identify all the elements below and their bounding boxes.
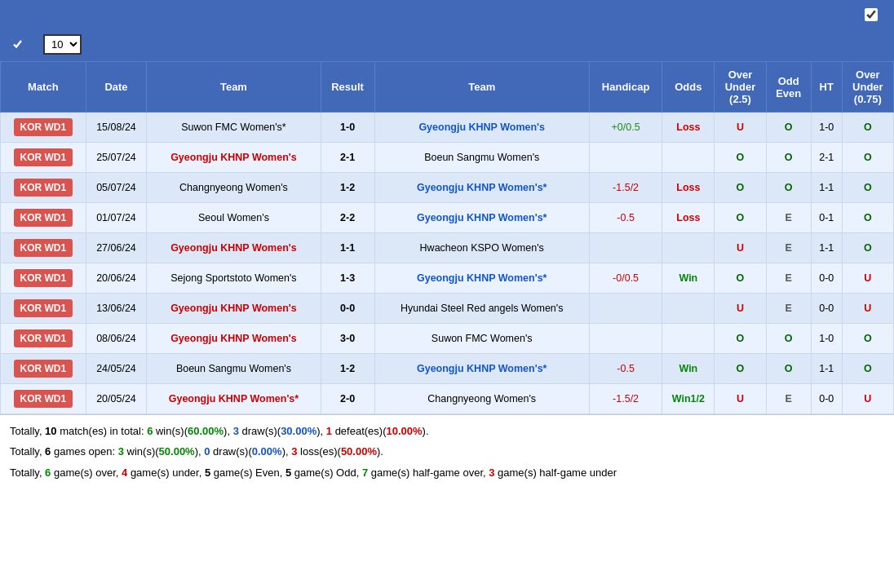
team1-cell: Gyeongju KHNP Women's: [147, 324, 321, 354]
odd-even-cell: O: [766, 143, 811, 173]
match-badge-cell: KOR WD1: [1, 203, 86, 233]
col-team1: Team: [147, 62, 321, 113]
team1-cell: Suwon FMC Women's*: [147, 113, 321, 143]
handicap-cell: [589, 294, 662, 324]
odd-even-value: O: [785, 333, 793, 344]
odd-even-cell: E: [766, 203, 811, 233]
handicap-cell: [589, 233, 662, 263]
team1-name: Seoul Women's: [198, 212, 269, 223]
handicap-cell: -0/0.5: [589, 263, 662, 294]
odds-cell: [662, 324, 715, 354]
odd-even-value: E: [786, 212, 792, 223]
odds-value: Win1/2: [672, 393, 705, 405]
table-row: KOR WD113/06/24Gyeongju KHNP Women's0-0H…: [1, 294, 894, 324]
team2-cell: Gyeongju KHNP Women's*: [374, 173, 589, 203]
team2-name: Gyeongju KHNP Women's*: [417, 182, 547, 193]
team1-cell: Seoul Women's: [147, 203, 321, 233]
team2-cell: Gyeongju KHNP Women's*: [374, 263, 589, 294]
table-row: KOR WD127/06/24Gyeongju KHNP Women's1-1H…: [1, 233, 894, 263]
ou075-value: O: [864, 152, 872, 163]
match-badge-cell: KOR WD1: [1, 324, 86, 354]
ht-cell: 1-1: [811, 173, 842, 203]
games-select[interactable]: 5 10 15 20 25 30: [43, 34, 82, 55]
odd-even-cell: O: [766, 173, 811, 203]
team2-cell: Suwon FMC Women's: [374, 324, 589, 354]
table-header-row: Match Date Team Result Team Handicap Odd…: [1, 62, 894, 113]
ht-cell: 1-1: [811, 233, 842, 263]
team2-name: Gyeongju KHNP Women's: [418, 122, 545, 133]
ou075-value: O: [864, 212, 872, 223]
odds-cell: Win: [662, 354, 715, 384]
league-filter-checkbox[interactable]: [11, 38, 24, 51]
team1-cell: Gyeongju KHNP Women's: [147, 233, 321, 263]
ou25-value: O: [737, 212, 745, 223]
display-notes-checkbox[interactable]: [865, 8, 878, 21]
ou25-cell: O: [715, 143, 766, 173]
ou075-cell: O: [842, 324, 893, 354]
result-cell: 0-0: [321, 294, 374, 324]
team2-cell: Hwacheon KSPO Women's: [374, 233, 589, 263]
ou25-cell: U: [715, 233, 766, 263]
match-badge-cell: KOR WD1: [1, 113, 86, 143]
scores-table: Match Date Team Result Team Handicap Odd…: [0, 61, 894, 414]
ht-cell: 0-1: [811, 203, 842, 233]
result-score: 0-0: [340, 303, 355, 314]
match-badge-cell: KOR WD1: [1, 173, 86, 203]
match-badge: KOR WD1: [14, 179, 73, 197]
result-score: 1-3: [340, 272, 355, 284]
team1-name: Changnyeong Women's: [179, 182, 288, 193]
result-score: 2-0: [340, 393, 355, 405]
result-cell: 1-2: [321, 173, 374, 203]
ou075-value: O: [864, 363, 872, 374]
ht-cell: 0-0: [811, 384, 842, 414]
ou075-cell: O: [842, 203, 893, 233]
ou25-value: U: [737, 393, 744, 405]
team1-name: Gyeongju KHNP Women's: [170, 333, 297, 344]
ht-cell: 0-0: [811, 294, 842, 324]
ou075-cell: O: [842, 354, 893, 384]
team1-name: Gyeongju KHNP Women's*: [169, 393, 299, 405]
team2-cell: Gyeongju KHNP Women's: [374, 113, 589, 143]
table-row: KOR WD115/08/24Suwon FMC Women's*1-0Gyeo…: [1, 113, 894, 143]
ou25-value: O: [737, 152, 745, 163]
ht-cell: 0-0: [811, 263, 842, 294]
col-odd-even: OddEven: [766, 62, 811, 113]
ht-cell: 2-1: [811, 143, 842, 173]
ou25-cell: U: [715, 384, 766, 414]
ht-cell: 1-0: [811, 113, 842, 143]
result-score: 2-1: [340, 152, 355, 163]
date-cell: 20/06/24: [86, 263, 147, 294]
handicap-cell: -1.5/2: [589, 384, 662, 414]
table-row: KOR WD124/05/24Boeun Sangmu Women's1-2Gy…: [1, 354, 894, 384]
odds-cell: Loss: [662, 203, 715, 233]
result-cell: 2-2: [321, 203, 374, 233]
odds-cell: Loss: [662, 173, 715, 203]
match-badge: KOR WD1: [14, 269, 73, 287]
match-badge-cell: KOR WD1: [1, 384, 86, 414]
ou075-cell: O: [842, 233, 893, 263]
team2-cell: Boeun Sangmu Women's: [374, 143, 589, 173]
team2-name: Gyeongju KHNP Women's*: [417, 212, 547, 223]
date-cell: 24/05/24: [86, 354, 147, 384]
handicap-value: -0.5: [617, 363, 635, 374]
team1-cell: Gyeongju KHNP Women's: [147, 294, 321, 324]
ou075-cell: O: [842, 143, 893, 173]
team1-name: Gyeongju KHNP Women's: [170, 242, 297, 254]
handicap-cell: [589, 143, 662, 173]
match-badge-cell: KOR WD1: [1, 233, 86, 263]
date-cell: 25/07/24: [86, 143, 147, 173]
col-team2: Team: [374, 62, 589, 113]
odd-even-cell: E: [766, 294, 811, 324]
result-cell: 1-1: [321, 233, 374, 263]
odd-even-cell: E: [766, 263, 811, 294]
odd-even-cell: O: [766, 113, 811, 143]
ou25-value: U: [737, 303, 744, 314]
odd-even-value: O: [785, 122, 793, 133]
ou075-cell: O: [842, 113, 893, 143]
date-cell: 01/07/24: [86, 203, 147, 233]
team2-cell: Changnyeong Women's: [374, 384, 589, 414]
match-badge: KOR WD1: [14, 360, 73, 378]
odd-even-cell: O: [766, 324, 811, 354]
ht-cell: 1-0: [811, 324, 842, 354]
handicap-value: -1.5/2: [613, 393, 639, 405]
